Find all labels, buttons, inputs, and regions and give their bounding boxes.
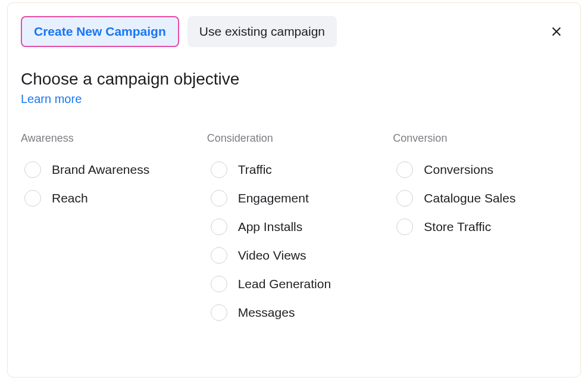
radio-icon (396, 190, 413, 207)
content-area: Choose a campaign objective Learn more A… (16, 59, 572, 327)
option-label: Traffic (238, 163, 272, 177)
option-brand-awareness[interactable]: Brand Awareness (21, 155, 195, 184)
radio-icon (211, 247, 227, 264)
option-conversions[interactable]: Conversions (393, 155, 567, 184)
close-icon (550, 25, 563, 38)
objective-columns: Awareness Brand Awareness Reach Consider… (21, 132, 567, 327)
radio-icon (211, 161, 227, 178)
option-traffic[interactable]: Traffic (207, 155, 381, 184)
option-label: App Installs (238, 220, 303, 234)
radio-icon (211, 276, 227, 292)
campaign-objective-modal: Create New Campaign Use existing campaig… (7, 2, 581, 377)
radio-icon (24, 190, 41, 207)
tab-use-existing-campaign[interactable]: Use existing campaign (187, 16, 337, 47)
column-title: Consideration (207, 132, 381, 145)
option-video-views[interactable]: Video Views (207, 241, 381, 270)
conversion-column: Conversion Conversions Catalogue Sales S… (393, 132, 567, 327)
option-label: Video Views (238, 248, 306, 263)
option-engagement[interactable]: Engagement (207, 184, 381, 213)
option-label: Conversions (424, 163, 493, 177)
tab-label: Use existing campaign (199, 24, 325, 39)
radio-icon (211, 190, 227, 207)
consideration-column: Consideration Traffic Engagement App Ins… (207, 132, 381, 327)
option-messages[interactable]: Messages (207, 298, 381, 327)
radio-icon (211, 304, 227, 321)
radio-icon (396, 219, 413, 235)
option-label: Messages (238, 305, 295, 320)
radio-icon (24, 161, 41, 178)
option-label: Brand Awareness (52, 163, 149, 177)
option-lead-generation[interactable]: Lead Generation (207, 270, 381, 298)
option-label: Lead Generation (238, 277, 331, 291)
option-label: Engagement (238, 191, 309, 205)
tab-create-new-campaign[interactable]: Create New Campaign (21, 16, 179, 47)
option-reach[interactable]: Reach (21, 184, 195, 213)
option-app-installs[interactable]: App Installs (207, 213, 381, 241)
radio-icon (396, 161, 413, 178)
option-label: Catalogue Sales (424, 191, 515, 205)
close-button[interactable] (546, 21, 567, 42)
tab-label: Create New Campaign (34, 24, 166, 39)
option-store-traffic[interactable]: Store Traffic (393, 213, 567, 241)
page-title: Choose a campaign objective (21, 70, 567, 89)
column-title: Conversion (393, 132, 567, 145)
column-title: Awareness (21, 132, 195, 145)
radio-icon (211, 219, 227, 235)
option-label: Store Traffic (424, 220, 491, 234)
option-catalogue-sales[interactable]: Catalogue Sales (393, 184, 567, 213)
learn-more-link[interactable]: Learn more (21, 92, 82, 106)
awareness-column: Awareness Brand Awareness Reach (21, 132, 195, 327)
tabs-row: Create New Campaign Use existing campaig… (16, 8, 572, 59)
option-label: Reach (52, 191, 88, 205)
